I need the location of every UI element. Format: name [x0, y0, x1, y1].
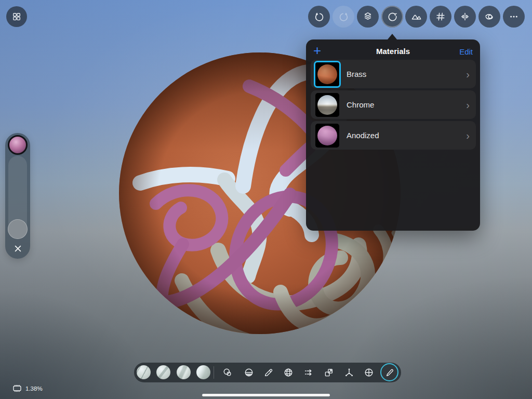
materials-sphere-icon [387, 11, 398, 23]
undo-icon [313, 11, 325, 23]
stroke-preview-4[interactable] [196, 365, 210, 379]
materials-button[interactable] [381, 6, 403, 28]
crayon-tool[interactable] [261, 365, 276, 380]
stroke-preview-3[interactable] [177, 365, 191, 379]
gizmo-icon [343, 367, 355, 378]
chrome-thumbnail [315, 93, 339, 117]
crayon-icon [263, 367, 274, 378]
panel-title: Materials [306, 47, 480, 56]
globe-tool[interactable] [281, 365, 296, 380]
chevron-right-icon: › [466, 130, 470, 141]
environment-button[interactable] [405, 6, 427, 28]
material-row-brass[interactable]: Brass › [311, 60, 476, 88]
material-name: Chrome [347, 100, 374, 109]
redo-button [332, 6, 354, 28]
selected-tool-ring [380, 363, 398, 381]
memory-usage-value: 1.38% [25, 385, 43, 392]
crosshair-tool[interactable] [362, 365, 376, 380]
symmetry-button[interactable] [454, 6, 476, 28]
layers-button[interactable] [357, 6, 379, 28]
more-ellipsis-icon [508, 11, 520, 22]
anodized-sphere-swatch [317, 126, 337, 145]
chevron-right-icon: › [466, 69, 470, 79]
material-preview-sphere[interactable] [8, 135, 28, 155]
home-indicator[interactable] [202, 394, 330, 396]
gizmo-tool[interactable] [342, 365, 356, 380]
camera-view-button[interactable] [478, 6, 500, 28]
double-arrow-icon [303, 367, 314, 378]
memory-chip-icon [12, 384, 22, 392]
material-name: Anodized [347, 131, 379, 140]
chevron-right-icon: › [466, 100, 470, 110]
material-row-anodized[interactable]: Anodized › [311, 121, 476, 150]
half-sphere-tool[interactable] [242, 365, 256, 380]
clone-stamp-icon [222, 367, 233, 378]
panel-caret [388, 34, 397, 39]
redo-icon [338, 11, 350, 23]
materials-panel: + Materials Edit Brass › Chrome › Anodiz… [306, 39, 480, 231]
undo-button[interactable] [308, 6, 330, 28]
crosshair-circle-icon [363, 367, 375, 378]
app-window: + Materials Edit Brass › Chrome › Anodiz… [0, 0, 532, 399]
material-row-chrome[interactable]: Chrome › [311, 90, 476, 119]
grid-hash-icon [435, 11, 446, 22]
slider-close-button[interactable] [14, 245, 21, 252]
stroke-preview-1[interactable] [137, 365, 151, 379]
brush-size-slider[interactable] [5, 133, 30, 259]
chrome-sphere-swatch [317, 95, 337, 115]
clone-stamp-tool[interactable] [220, 365, 235, 380]
layers-icon [362, 11, 374, 22]
scale-transform-icon [323, 367, 335, 378]
brass-sphere-swatch [317, 64, 337, 84]
more-options-button[interactable] [503, 6, 525, 28]
stroke-preview-2[interactable] [156, 365, 170, 379]
brass-thumbnail [315, 62, 339, 86]
material-name: Brass [347, 70, 366, 78]
anodized-thumbnail [315, 124, 339, 148]
close-icon [15, 245, 21, 252]
symmetry-mirror-icon [459, 11, 471, 22]
scale-transform-tool[interactable] [322, 365, 336, 380]
projects-gallery-button[interactable] [6, 6, 27, 27]
half-sphere-icon [243, 367, 255, 378]
toolbar-divider [214, 366, 214, 379]
stroke-spacing-tool[interactable] [301, 365, 316, 380]
bottom-toolbar [134, 363, 401, 382]
edit-button[interactable]: Edit [459, 47, 473, 56]
camera-eye-icon [484, 11, 496, 23]
environment-mountains-icon [410, 11, 422, 23]
grid-button[interactable] [430, 6, 451, 28]
slider-handle[interactable] [8, 219, 28, 239]
projects-grid-icon [11, 11, 22, 22]
status-bar: 1.38% [12, 384, 43, 392]
globe-grid-icon [283, 367, 294, 378]
